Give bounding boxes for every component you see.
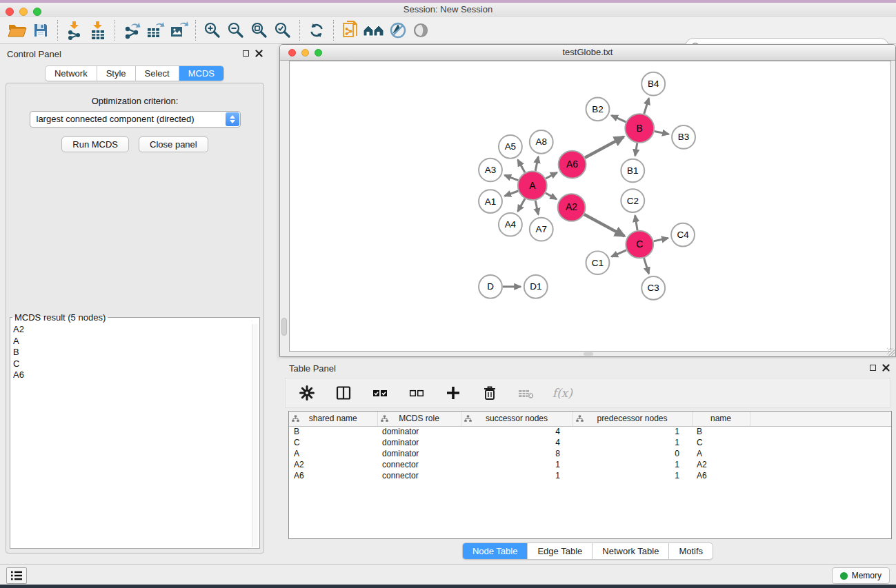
hide-labels-button[interactable] bbox=[386, 19, 409, 41]
export-image-button[interactable] bbox=[167, 19, 190, 41]
tab-edge-table[interactable]: Edge Table bbox=[528, 543, 593, 559]
deselect-all-checkboxes-button[interactable] bbox=[405, 382, 428, 404]
delete-column-button[interactable] bbox=[478, 382, 501, 404]
column-header-name[interactable]: name bbox=[692, 412, 750, 426]
close-table-panel-icon[interactable] bbox=[882, 364, 890, 372]
zoom-out-button[interactable] bbox=[224, 19, 248, 41]
graph-node-label: A8 bbox=[536, 136, 547, 147]
graph-edge-A-A1[interactable] bbox=[505, 191, 519, 196]
result-item[interactable]: C bbox=[13, 358, 250, 370]
zoom-window-button[interactable] bbox=[33, 8, 41, 16]
graph-edge-B-B2[interactable] bbox=[611, 115, 626, 122]
network-window-title: testGlobe.txt bbox=[280, 45, 895, 60]
result-scrollbar[interactable] bbox=[252, 324, 258, 547]
run-mcds-button[interactable]: Run MCDS bbox=[61, 136, 129, 152]
graph-edge-B-B3[interactable] bbox=[655, 131, 669, 134]
graph-edge-A-A7[interactable] bbox=[535, 201, 538, 215]
graph-edge-B-B4[interactable] bbox=[644, 98, 649, 114]
node-table: shared nameMCDS rolesuccessor nodesprede… bbox=[288, 411, 892, 539]
close-window-button[interactable] bbox=[6, 8, 14, 16]
criterion-dropdown[interactable]: largest connected component (directed) bbox=[30, 111, 241, 128]
export-table-button[interactable] bbox=[143, 19, 167, 41]
graph-edge-A-A6[interactable] bbox=[546, 172, 557, 179]
table-row[interactable]: Adominator80A bbox=[289, 448, 891, 459]
control-panel-title: Control Panel bbox=[7, 49, 61, 59]
network-from-document-button[interactable] bbox=[339, 19, 362, 41]
tab-mcds[interactable]: MCDS bbox=[179, 66, 223, 81]
export-network-icon bbox=[122, 21, 141, 40]
open-session-button[interactable] bbox=[6, 19, 29, 41]
show-column-button[interactable] bbox=[332, 382, 355, 404]
network-canvas[interactable]: B4B2BB3A8A5A6A3B1AC2A1A2A4A7C4CC1DD1C3 bbox=[289, 61, 891, 352]
graph-edge-A-A4[interactable] bbox=[518, 199, 525, 211]
shared-column-icon bbox=[576, 415, 584, 423]
close-panel-icon[interactable] bbox=[255, 50, 263, 57]
resize-grip[interactable] bbox=[887, 348, 895, 356]
tab-network-table[interactable]: Network Table bbox=[593, 543, 669, 559]
result-item[interactable]: A6 bbox=[13, 369, 250, 381]
graph-edge-A6-B[interactable] bbox=[585, 136, 624, 157]
table-settings-button[interactable] bbox=[295, 382, 319, 404]
column-header-successor-nodes[interactable]: successor nodes bbox=[461, 412, 573, 426]
import-network-button[interactable] bbox=[63, 19, 86, 41]
float-table-panel-icon[interactable] bbox=[870, 365, 876, 371]
table-row[interactable]: Cdominator41C bbox=[289, 437, 891, 448]
graph-edge-C-C2[interactable] bbox=[635, 216, 637, 230]
minimize-window-button[interactable] bbox=[19, 8, 28, 16]
hide-labels-icon bbox=[388, 21, 406, 39]
graph-edge-A-A5[interactable] bbox=[518, 160, 525, 172]
graph-edge-B-B1[interactable] bbox=[635, 143, 637, 156]
panel-list-button[interactable] bbox=[6, 567, 27, 584]
show-graphics-details-button[interactable] bbox=[409, 19, 432, 41]
cybrowser-home-button[interactable] bbox=[362, 19, 386, 41]
export-network-button[interactable] bbox=[120, 19, 143, 41]
network-window-titlebar: testGlobe.txt bbox=[280, 45, 895, 61]
list-icon bbox=[10, 570, 23, 581]
save-session-button[interactable] bbox=[29, 19, 52, 41]
zoom-network-button[interactable] bbox=[315, 49, 322, 57]
graph-edge-A2-C[interactable] bbox=[584, 214, 624, 236]
column-header-shared-name[interactable]: shared name bbox=[289, 412, 377, 426]
zoom-fit-button[interactable] bbox=[248, 19, 271, 41]
float-panel-icon[interactable] bbox=[243, 50, 249, 57]
result-item[interactable]: A bbox=[13, 336, 250, 347]
graph-edge-C-C3[interactable] bbox=[644, 258, 649, 274]
import-table-button[interactable] bbox=[86, 19, 110, 41]
tab-node-table[interactable]: Node Table bbox=[463, 543, 528, 559]
tab-network[interactable]: Network bbox=[46, 66, 97, 81]
graph-edge-C-C4[interactable] bbox=[654, 238, 668, 241]
memory-button[interactable]: Memory bbox=[832, 567, 890, 584]
shared-column-icon bbox=[464, 415, 472, 423]
create-column-button[interactable] bbox=[441, 382, 465, 404]
column-header-predecessor-nodes[interactable]: predecessor nodes bbox=[573, 412, 692, 426]
graph-edge-A-A8[interactable] bbox=[535, 156, 538, 171]
select-all-checkboxes-button[interactable] bbox=[368, 382, 392, 404]
network-vertical-scrollbar-thumb[interactable] bbox=[281, 318, 287, 336]
graph-node-label: B1 bbox=[627, 165, 638, 176]
result-item[interactable]: B bbox=[13, 347, 250, 358]
table-row[interactable]: Bdominator41B bbox=[289, 426, 891, 437]
table-toolbar: f(x) bbox=[285, 378, 890, 408]
zoom-selected-button[interactable] bbox=[271, 19, 295, 41]
network-horizontal-scrollbar-thumb[interactable] bbox=[584, 352, 593, 356]
tab-select[interactable]: Select bbox=[136, 66, 179, 81]
minimize-network-button[interactable] bbox=[301, 49, 309, 57]
table-row[interactable]: A6connector11A6 bbox=[289, 470, 891, 481]
result-item[interactable]: A2 bbox=[13, 324, 250, 336]
close-network-button[interactable] bbox=[288, 49, 296, 57]
tab-motifs[interactable]: Motifs bbox=[669, 543, 713, 559]
graph-edge-C-C1[interactable] bbox=[611, 250, 626, 257]
graph-node-label: A1 bbox=[485, 196, 496, 207]
refresh-button[interactable] bbox=[305, 19, 328, 41]
import-network-icon bbox=[66, 21, 83, 40]
table-row[interactable]: A2connector11A2 bbox=[289, 459, 891, 470]
column-header-MCDS-role[interactable]: MCDS role bbox=[377, 412, 461, 426]
graph-edge-A-A2[interactable] bbox=[546, 193, 557, 199]
graph-node-label: A6 bbox=[566, 159, 578, 170]
zoom-in-button[interactable] bbox=[201, 19, 224, 41]
close-panel-button[interactable]: Close panel bbox=[139, 136, 208, 152]
graph-edge-A-A3[interactable] bbox=[505, 175, 519, 180]
tab-style[interactable]: Style bbox=[97, 66, 136, 81]
table-header-row: shared nameMCDS rolesuccessor nodesprede… bbox=[289, 412, 891, 426]
memory-status-dot bbox=[840, 572, 848, 580]
